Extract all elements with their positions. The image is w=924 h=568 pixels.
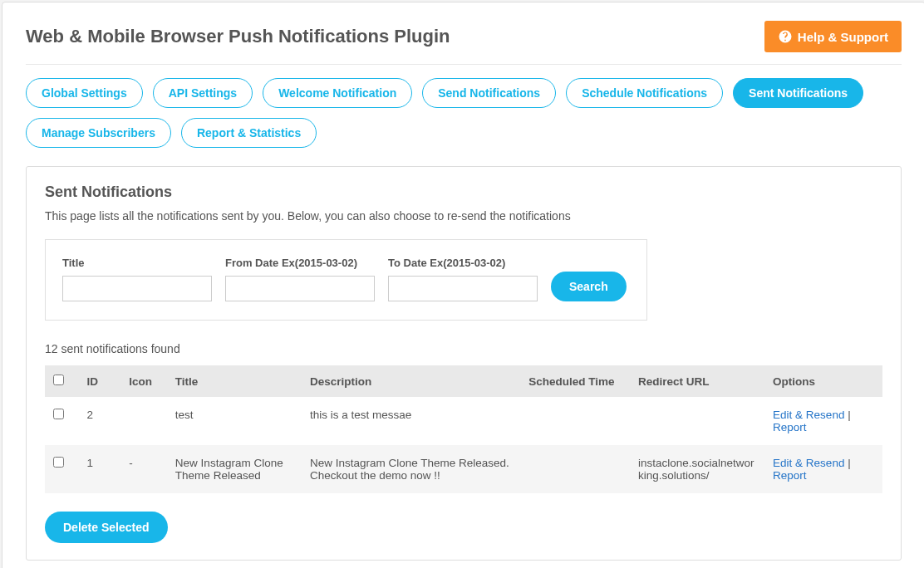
- filter-from-field: From Date Ex(2015-03-02): [225, 257, 375, 301]
- filter-to-input[interactable]: [388, 276, 538, 301]
- filter-to-field: To Date Ex(2015-03-02): [388, 257, 538, 301]
- col-title: Title: [167, 365, 302, 397]
- admin-card: Web & Mobile Browser Push Notifications …: [2, 2, 924, 568]
- row-title: test: [167, 397, 302, 445]
- delete-selected-button[interactable]: Delete Selected: [45, 512, 168, 543]
- tab-schedule-notifications[interactable]: Schedule Notifications: [566, 78, 723, 108]
- page-title: Web & Mobile Browser Push Notifications …: [26, 26, 450, 47]
- table-row: 1-New Instagram Clone Theme ReleasedNew …: [45, 445, 882, 493]
- row-id: 1: [79, 445, 121, 493]
- tab-bar: Global SettingsAPI SettingsWelcome Notif…: [26, 78, 902, 148]
- row-checkbox[interactable]: [53, 457, 64, 468]
- divider: [26, 64, 902, 65]
- row-options: Edit & Resend | Report: [764, 445, 882, 493]
- col-opts: Options: [764, 365, 882, 397]
- row-title: New Instagram Clone Theme Released: [167, 445, 302, 493]
- row-id: 2: [79, 397, 121, 445]
- help-button-label: Help & Support: [798, 30, 888, 44]
- row-redirect: [630, 397, 764, 445]
- panel-description: This page lists all the notifications se…: [45, 209, 882, 223]
- edit-resend-link[interactable]: Edit & Resend: [773, 409, 844, 421]
- table-body: 2testthis is a test messaeEdit & Resend …: [45, 397, 882, 493]
- select-all-checkbox[interactable]: [53, 375, 64, 385]
- row-description: this is a test messae: [302, 397, 520, 445]
- row-description: New Instagram Clone Theme Released. Chec…: [302, 445, 520, 493]
- report-link[interactable]: Report: [773, 421, 807, 433]
- filter-from-input[interactable]: [225, 276, 375, 301]
- tab-global-settings[interactable]: Global Settings: [26, 78, 143, 108]
- tab-manage-subscribers[interactable]: Manage Subscribers: [26, 118, 171, 148]
- table-header: ID Icon Title Description Scheduled Time…: [45, 365, 882, 397]
- col-url: Redirect URL: [630, 365, 764, 397]
- filter-from-label: From Date Ex(2015-03-02): [225, 257, 375, 269]
- filter-title-input[interactable]: [62, 276, 212, 301]
- filter-to-label: To Date Ex(2015-03-02): [388, 257, 538, 269]
- header-row: Web & Mobile Browser Push Notifications …: [26, 21, 902, 52]
- panel-title: Sent Notifications: [45, 184, 882, 201]
- help-icon: [778, 29, 793, 44]
- tab-send-notifications[interactable]: Send Notifications: [422, 78, 556, 108]
- col-sched: Scheduled Time: [520, 365, 630, 397]
- table-row: 2testthis is a test messaeEdit & Resend …: [45, 397, 882, 445]
- tab-sent-notifications[interactable]: Sent Notifications: [733, 78, 863, 108]
- col-id: ID: [79, 365, 121, 397]
- report-link[interactable]: Report: [773, 469, 807, 482]
- col-icon: Icon: [120, 365, 167, 397]
- row-scheduled: [520, 445, 630, 493]
- row-redirect: instaclone.socialnetworking.solutions/: [630, 445, 764, 493]
- row-checkbox[interactable]: [53, 409, 64, 419]
- col-desc: Description: [302, 365, 520, 397]
- edit-resend-link[interactable]: Edit & Resend: [773, 457, 844, 469]
- results-count: 12 sent notifications found: [45, 342, 882, 355]
- help-support-button[interactable]: Help & Support: [764, 21, 902, 52]
- filter-title-field: Title: [62, 257, 212, 301]
- row-icon: [120, 397, 167, 445]
- search-button[interactable]: Search: [551, 272, 627, 301]
- filter-title-label: Title: [62, 257, 212, 269]
- tab-welcome-notification[interactable]: Welcome Notification: [263, 78, 412, 108]
- content-panel: Sent Notifications This page lists all t…: [26, 166, 902, 561]
- tab-report-statistics[interactable]: Report & Statistics: [181, 118, 317, 148]
- row-scheduled: [520, 397, 630, 445]
- tab-api-settings[interactable]: API Settings: [153, 78, 253, 108]
- row-options: Edit & Resend | Report: [764, 397, 882, 445]
- row-icon: -: [120, 445, 167, 493]
- search-filter-box: Title From Date Ex(2015-03-02) To Date E…: [45, 239, 647, 321]
- notifications-table: ID Icon Title Description Scheduled Time…: [45, 365, 882, 493]
